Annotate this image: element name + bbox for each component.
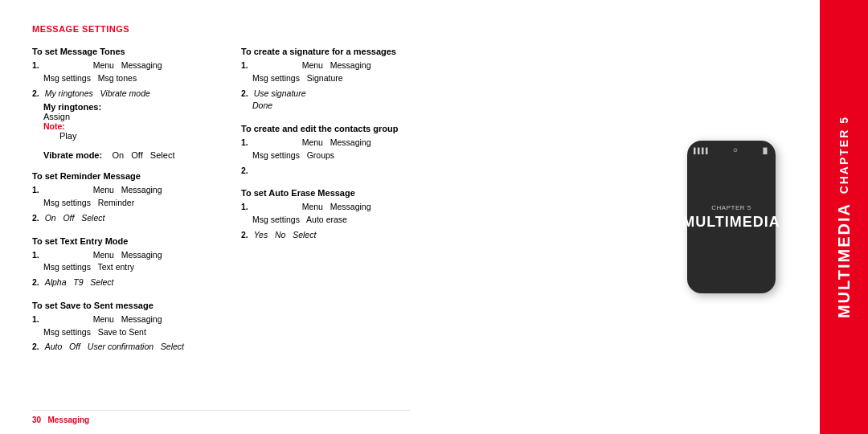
step-content: On Off Select [45, 213, 105, 223]
step-content: Auto Off User confirmation Select [45, 342, 184, 351]
right-column: To create a signature for a messages 1. … [241, 47, 426, 365]
step-2: 2. My ringtones Vibrate mode [32, 88, 217, 100]
reminder-step-2: 2. On Off Select [32, 212, 217, 225]
step-content: Use signature [254, 88, 306, 98]
signal-icon: ▌▌▌▌ [694, 148, 710, 154]
battery-icon: ▐▌ [761, 148, 769, 154]
step-detail: Msg settings Auto erase [241, 214, 426, 227]
step-num: 2. [241, 230, 248, 240]
step-content: Alpha T9 Select [45, 277, 114, 287]
section-text-entry: To set Text Entry Mode 1. Menu Messaging… [32, 236, 217, 289]
section-save-sent: To set Save to Sent message 1. Menu Mess… [32, 301, 217, 354]
step-detail: Done [241, 100, 426, 113]
contacts-step-2: 2. [241, 165, 426, 178]
note-label: Note: [43, 121, 217, 131]
wifi-icon: ⊙ [733, 147, 738, 154]
step-detail: Msg settings Signature [241, 72, 426, 85]
step-1: 1. Menu Messaging Msg settings Msg tones [32, 59, 217, 85]
step-detail: Msg settings Text entry [32, 261, 217, 274]
vibrate-options: On Off Select [104, 150, 174, 160]
step-num: 2. [32, 277, 39, 287]
step-detail: Msg settings Msg tones [32, 72, 217, 85]
step-content: Menu Messaging [45, 60, 162, 70]
vibrate-mode-label: Vibrate mode: [43, 150, 102, 160]
footer-text: 30 Messaging [32, 416, 89, 424]
note-detail: Play [59, 131, 76, 141]
footer: 30 Messaging [32, 410, 410, 424]
step-num: 2. [32, 342, 39, 351]
contacts-step-1: 1. Menu Messaging Msg settings Groups [241, 137, 426, 162]
step-num: 1. [32, 250, 39, 260]
step-num: 2. [241, 166, 248, 175]
step-num: 2. [241, 88, 248, 98]
main-content: MESSAGE SETTINGS To set Message Tones 1.… [0, 0, 643, 434]
save-sent-step-2: 2. Auto Off User confirmation Select [32, 341, 217, 354]
section-title-text-entry: To set Text Entry Mode [32, 236, 217, 246]
two-column-layout: To set Message Tones 1. Menu Messaging M… [32, 47, 627, 365]
step-num: 1. [32, 60, 39, 70]
step-num: 1. [241, 137, 248, 147]
section-auto-erase: To set Auto Erase Message 1. Menu Messag… [241, 188, 426, 241]
sidebar-title: MULTIMEDIA [835, 203, 854, 318]
phone-screen-area: CHAPTER 5 MULTIMEDIA [682, 204, 780, 231]
footer-section: Messaging [47, 416, 89, 424]
sidebar-chapter-label: CHAPTER 5 [837, 116, 850, 194]
section-contacts-group: To create and edit the contacts group 1.… [241, 124, 426, 177]
phone-status-bar: ▌▌▌▌ ⊙ ▐▌ [694, 147, 769, 154]
erase-step-2: 2. Yes No Select [241, 229, 426, 242]
step-num: 1. [32, 185, 39, 194]
step-detail: Msg settings Save to Sent [32, 326, 217, 339]
phone-chapter-title: MULTIMEDIA [682, 215, 780, 231]
section-title-auto-erase: To set Auto Erase Message [241, 188, 426, 198]
my-ringtones-block: My ringtones: Assign Note: Play Vibrate … [32, 102, 217, 160]
section-title-save-sent: To set Save to Sent message [32, 301, 217, 310]
section-msg-tones: To set Message Tones 1. Menu Messaging M… [32, 47, 217, 160]
page-header: MESSAGE SETTINGS [32, 24, 627, 34]
step-num: 1. [241, 60, 248, 70]
erase-step-1: 1. Menu Messaging Msg settings Auto eras… [241, 201, 426, 227]
step-num: 1. [32, 314, 39, 324]
left-column: To set Message Tones 1. Menu Messaging M… [32, 47, 217, 365]
assign-text: Assign [43, 112, 70, 121]
step-content: Yes No Select [254, 230, 317, 240]
step-content-2: My ringtones Vibrate mode [45, 88, 150, 98]
sig-step-2: 2. Use signature Done [241, 88, 426, 113]
phone-mockup: ▌▌▌▌ ⊙ ▐▌ CHAPTER 5 MULTIMEDIA [687, 141, 776, 293]
step-detail: Msg settings Reminder [32, 197, 217, 210]
phone-area: ▌▌▌▌ ⊙ ▐▌ CHAPTER 5 MULTIMEDIA [643, 0, 820, 434]
phone-chapter-label: CHAPTER 5 [711, 204, 751, 211]
page-number: 30 [32, 416, 41, 424]
text-entry-step-2: 2. Alpha T9 Select [32, 276, 217, 289]
text-entry-step-1: 1. Menu Messaging Msg settings Text entr… [32, 249, 217, 275]
section-title-msg-tones: To set Message Tones [32, 47, 217, 56]
my-ringtones-label: My ringtones: [43, 102, 101, 112]
section-title-reminder: To set Reminder Message [32, 171, 217, 181]
section-reminder: To set Reminder Message 1. Menu Messagin… [32, 171, 217, 224]
section-title-contacts-group: To create and edit the contacts group [241, 124, 426, 133]
reminder-step-1: 1. Menu Messaging Msg settings Reminder [32, 184, 217, 210]
step-detail: Msg settings Groups [241, 149, 426, 162]
step-num-2: 2. [32, 88, 39, 98]
step-num: 2. [32, 213, 39, 223]
section-signature: To create a signature for a messages 1. … [241, 47, 426, 113]
step-num: 1. [241, 202, 248, 211]
section-title-signature: To create a signature for a messages [241, 47, 426, 56]
sig-step-1: 1. Menu Messaging Msg settings Signature [241, 59, 426, 85]
save-sent-step-1: 1. Menu Messaging Msg settings Save to S… [32, 313, 217, 339]
right-sidebar: CHAPTER 5 MULTIMEDIA [820, 0, 868, 434]
